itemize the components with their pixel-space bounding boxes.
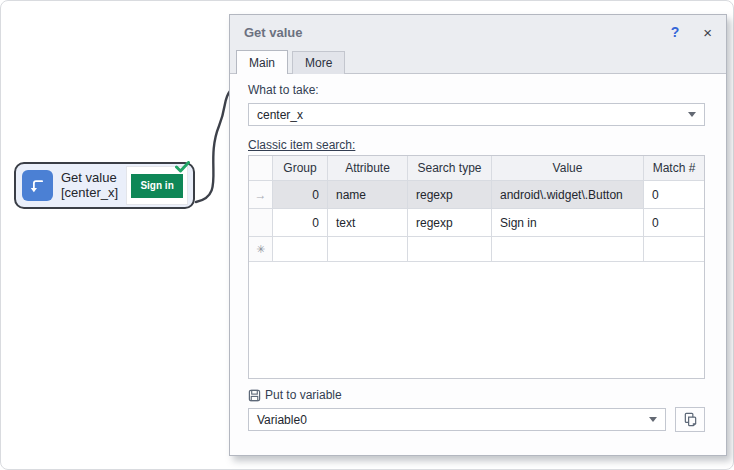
column-header-match[interactable]: Match # xyxy=(644,156,704,181)
column-header-search-type[interactable]: Search type xyxy=(408,156,492,181)
checkmark-icon xyxy=(175,161,190,173)
cell-match[interactable]: 0 xyxy=(644,209,704,237)
cell-search-type[interactable]: regexp xyxy=(408,209,492,237)
chevron-down-icon xyxy=(649,417,657,422)
close-icon[interactable]: × xyxy=(703,24,712,41)
search-table: Group Attribute Search type Value Match … xyxy=(248,155,705,379)
cell-value[interactable]: Sign in xyxy=(492,209,644,237)
dialog-body: What to take: center_x Classic item sear… xyxy=(230,74,726,432)
cell-value[interactable] xyxy=(492,237,644,262)
save-icon xyxy=(248,389,261,402)
new-row-asterisk-icon: ✳ xyxy=(256,243,265,256)
cell-attribute[interactable]: name xyxy=(328,181,408,209)
copy-variable-button[interactable] xyxy=(675,407,705,432)
classic-item-search-label: Classic item search: xyxy=(248,138,705,152)
dialog-header: Get value ? × xyxy=(230,15,726,49)
variable-row: Variable0 xyxy=(248,407,705,432)
column-header-attribute[interactable]: Attribute xyxy=(328,156,408,181)
table-corner-cell xyxy=(249,156,273,181)
screenshot-frame: Get value [center_x] Sign in Get value ?… xyxy=(0,0,734,470)
chevron-down-icon xyxy=(688,112,696,117)
row-indicator-current: → xyxy=(249,181,273,209)
cell-value[interactable]: android\.widget\.Button xyxy=(492,181,644,209)
search-table-grid: Group Attribute Search type Value Match … xyxy=(249,156,704,262)
tab-strip: Main More xyxy=(230,49,726,74)
cell-attribute[interactable]: text xyxy=(328,209,408,237)
new-row-indicator: ✳ xyxy=(249,237,273,262)
tab-more[interactable]: More xyxy=(292,51,345,74)
cell-group[interactable]: 0 xyxy=(273,209,328,237)
what-to-take-label: What to take: xyxy=(248,83,705,97)
cell-attribute[interactable] xyxy=(328,237,408,262)
node-subtitle: [center_x] xyxy=(61,186,118,201)
current-row-arrow-icon: → xyxy=(255,188,267,202)
cell-match[interactable] xyxy=(644,237,704,262)
get-value-action-icon xyxy=(22,170,53,201)
column-header-group[interactable]: Group xyxy=(273,156,328,181)
tab-main[interactable]: Main xyxy=(236,50,288,74)
cell-search-type[interactable]: regexp xyxy=(408,181,492,209)
variable-select-value: Variable0 xyxy=(257,413,649,427)
column-header-value[interactable]: Value xyxy=(492,156,644,181)
help-icon[interactable]: ? xyxy=(671,24,680,40)
flow-node-get-value[interactable]: Get value [center_x] Sign in xyxy=(14,162,195,209)
dialog-title: Get value xyxy=(244,25,671,40)
what-to-take-select[interactable]: center_x xyxy=(248,103,705,126)
what-to-take-value: center_x xyxy=(257,108,688,122)
node-title: Get value xyxy=(61,171,118,186)
row-indicator xyxy=(249,209,273,237)
put-to-variable-row: Put to variable xyxy=(248,388,705,402)
node-label: Get value [center_x] xyxy=(61,171,118,201)
cell-search-type[interactable] xyxy=(408,237,492,262)
put-to-variable-label: Put to variable xyxy=(265,388,342,402)
sign-in-button-preview: Sign in xyxy=(131,174,183,198)
cell-match[interactable]: 0 xyxy=(644,181,704,209)
node-target-preview: Sign in xyxy=(126,166,188,205)
cell-group[interactable] xyxy=(273,237,328,262)
get-value-dialog: Get value ? × Main More What to take: ce… xyxy=(229,14,727,456)
copy-icon xyxy=(683,412,698,427)
cell-group[interactable]: 0 xyxy=(273,181,328,209)
variable-select[interactable]: Variable0 xyxy=(248,408,666,431)
